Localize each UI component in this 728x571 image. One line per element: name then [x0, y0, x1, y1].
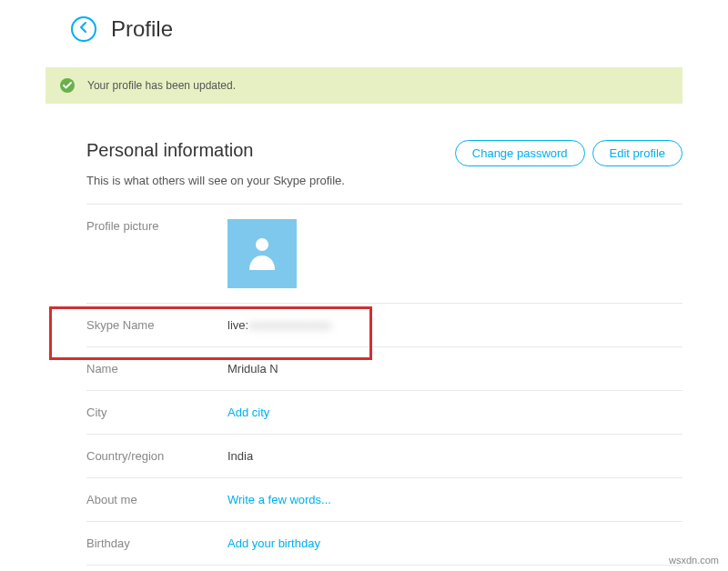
country-value: India [228, 449, 253, 463]
name-value: Mridula N [228, 362, 278, 376]
arrow-left-icon [77, 21, 90, 37]
row-label: Name [86, 362, 228, 376]
row-label: City [86, 406, 228, 419]
skype-name-value: live:xxxxxxxxxxxxxx [228, 318, 331, 332]
svg-point-0 [256, 238, 268, 251]
row-label: Skype Name [86, 318, 228, 332]
change-password-button[interactable]: Change password [455, 140, 585, 166]
page-title: Profile [111, 16, 173, 42]
section-desc: This is what others will see on your Sky… [86, 174, 682, 187]
edit-profile-button[interactable]: Edit profile [592, 140, 682, 166]
back-button[interactable] [71, 16, 96, 42]
check-icon [60, 78, 75, 93]
avatar[interactable] [228, 219, 297, 288]
row-country: Country/region India [86, 434, 682, 477]
row-label: Birthday [86, 536, 228, 550]
row-label: Profile picture [86, 219, 228, 233]
about-link[interactable]: Write a few words... [228, 493, 331, 506]
add-city-link[interactable]: Add city [228, 406, 269, 419]
row-label: Country/region [86, 449, 228, 463]
row-city: City Add city [86, 390, 682, 434]
person-icon [246, 234, 278, 274]
row-name: Name Mridula N [86, 346, 682, 390]
add-birthday-link[interactable]: Add your birthday [228, 536, 320, 550]
row-gender: Gender Please specify the gender [86, 565, 682, 571]
watermark: wsxdn.com [669, 555, 719, 566]
row-profile-picture: Profile picture [86, 204, 682, 303]
row-skype-name: Skype Name live:xxxxxxxxxxxxxx [86, 303, 682, 346]
notification-text: Your profile has been updated. [87, 79, 236, 92]
notification-bar: Your profile has been updated. [46, 67, 682, 104]
row-birthday: Birthday Add your birthday [86, 521, 682, 565]
row-label: About me [86, 493, 228, 506]
section-title: Personal information [86, 140, 253, 161]
row-about: About me Write a few words... [86, 477, 682, 521]
